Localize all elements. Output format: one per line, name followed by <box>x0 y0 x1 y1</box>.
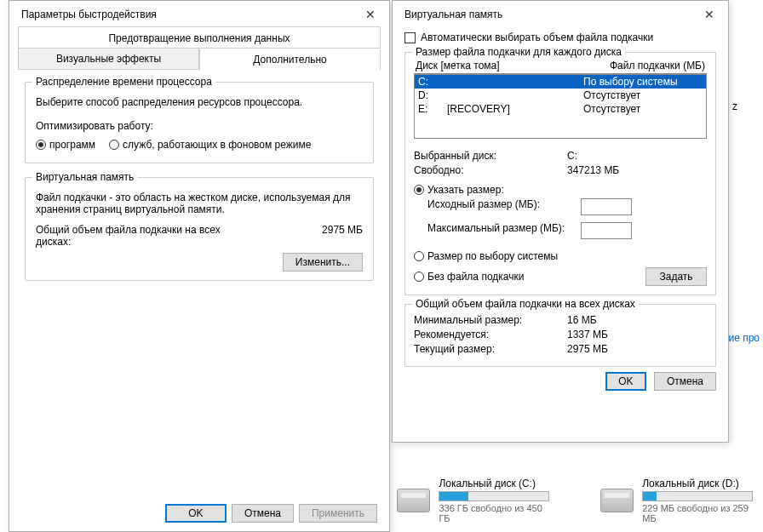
radio-label: Размер по выбору системы <box>427 250 558 262</box>
close-icon[interactable]: ✕ <box>360 8 381 21</box>
selected-drive-value: C: <box>567 150 577 162</box>
selected-drive-label: Выбранный диск: <box>414 150 567 162</box>
initial-size-label: Исходный размер (МБ): <box>427 198 581 215</box>
pagefile-per-drive-group: Размер файла подкачки для каждого диска … <box>404 52 716 295</box>
disk-list: Локальный диск (C:) 336 ГБ свободно из 4… <box>397 478 763 523</box>
free-space-label: Свободно: <box>414 164 567 176</box>
current-size-value: 2975 МБ <box>567 343 608 355</box>
dialog-title: Виртуальная память <box>404 9 502 20</box>
radio-dot-icon <box>36 140 46 150</box>
radio-dot-icon <box>414 251 424 261</box>
radio-dot-icon <box>414 185 424 195</box>
change-button[interactable]: Изменить... <box>283 253 363 272</box>
free-space-value: 347213 МБ <box>567 164 619 176</box>
row-label <box>447 76 583 88</box>
auto-manage-label: Автоматически выбирать объем файла подка… <box>421 31 653 43</box>
max-size-label: Максимальный размер (МБ): <box>427 222 581 239</box>
group-legend: Размер файла подкачки для каждого диска <box>412 46 625 58</box>
virtual-memory-dialog: Виртуальная память ✕ Автоматически выбир… <box>392 0 729 443</box>
disk-name: Локальный диск (C:) <box>439 478 554 489</box>
disk-free-text: 336 ГБ свободно из 450 ГБ <box>439 503 554 523</box>
drive-icon <box>397 489 430 512</box>
radio-dot-icon <box>414 272 424 282</box>
virtual-memory-group: Виртуальная память Файл подкачки - это о… <box>25 177 374 281</box>
radio-services[interactable]: служб, работающих в фоновом режиме <box>109 139 311 151</box>
vm-total-label: Общий объем файла подкачки на всех диска… <box>36 224 257 248</box>
col-disk: Диск [метка тома] <box>416 60 500 72</box>
cancel-button[interactable]: Отмена <box>654 372 716 391</box>
auto-manage-checkbox[interactable] <box>404 32 416 43</box>
disk-free-text: 229 МБ свободно из 259 МБ <box>642 503 763 523</box>
group-legend: Общий объем файла подкачки на всех диска… <box>412 298 639 310</box>
radio-label: Без файла подкачки <box>427 271 524 283</box>
tab-advanced[interactable]: Дополнительно <box>199 49 381 71</box>
dialog-title: Параметры быстродействия <box>21 9 157 20</box>
row-file: Отсутствует <box>583 89 703 101</box>
sched-desc: Выберите способ распределения ресурсов п… <box>36 96 363 108</box>
vm-desc: Файл подкачки - это область на жестком д… <box>36 192 363 215</box>
tab-visual-effects[interactable]: Визуальные эффекты <box>18 49 199 70</box>
vm-total-value: 2975 МБ <box>322 224 363 248</box>
drive-row-e[interactable]: E: [RECOVERY] Отсутствует <box>415 102 706 116</box>
disk-name: Локальный диск (D:) <box>642 478 763 489</box>
radio-custom-size[interactable]: Указать размер: <box>414 184 504 196</box>
group-legend: Виртуальная память <box>32 171 137 183</box>
recommended-value: 1337 МБ <box>567 329 608 340</box>
performance-options-dialog: Параметры быстродействия ✕ Предотвращени… <box>9 0 390 532</box>
radio-label: Указать размер: <box>427 184 504 196</box>
radio-label: служб, работающих в фоновом режиме <box>123 139 311 151</box>
disk-usage-bar <box>439 491 549 501</box>
current-size-label: Текущий размер: <box>414 343 567 355</box>
drive-list[interactable]: C: По выбору системы D: Отсутствует E: [… <box>414 74 707 139</box>
initial-size-input[interactable] <box>581 198 632 215</box>
group-legend: Распределение времени процессора <box>32 76 215 88</box>
total-pagefile-group: Общий объем файла подкачки на всех диска… <box>404 304 716 367</box>
ok-button[interactable]: OK <box>605 372 645 391</box>
set-button[interactable]: Задать <box>645 267 707 286</box>
max-size-input[interactable] <box>581 222 632 239</box>
disk-item-c[interactable]: Локальный диск (C:) 336 ГБ свободно из 4… <box>397 478 554 523</box>
optimize-label: Оптимизировать работу: <box>36 120 363 132</box>
row-file: Отсутствует <box>583 103 703 115</box>
radio-programs[interactable]: программ <box>36 139 95 151</box>
drive-row-c[interactable]: C: По выбору системы <box>415 75 706 89</box>
close-icon[interactable]: ✕ <box>699 8 720 21</box>
drive-row-d[interactable]: D: Отсутствует <box>415 89 706 102</box>
disk-usage-bar <box>642 491 753 501</box>
cancel-button[interactable]: Отмена <box>232 504 294 523</box>
radio-dot-icon <box>109 140 119 150</box>
row-drive: C: <box>418 76 447 88</box>
ok-button[interactable]: OK <box>165 504 227 523</box>
recommended-label: Рекомендуется: <box>414 329 567 340</box>
tab-dep[interactable]: Предотвращение выполнения данных <box>18 26 381 49</box>
bg-char: z <box>732 100 737 112</box>
row-label: [RECOVERY] <box>447 103 583 115</box>
apply-button[interactable]: Применить <box>299 504 377 523</box>
row-drive: E: <box>418 103 447 115</box>
drive-icon <box>600 489 634 512</box>
row-drive: D: <box>418 89 447 101</box>
min-size-value: 16 МБ <box>567 314 597 326</box>
disk-item-d[interactable]: Локальный диск (D:) 229 МБ свободно из 2… <box>600 478 763 523</box>
col-file: Файл подкачки (МБ) <box>610 60 705 72</box>
min-size-label: Минимальный размер: <box>414 314 567 326</box>
radio-system-managed[interactable]: Размер по выбору системы <box>414 250 558 262</box>
radio-no-pagefile[interactable]: Без файла подкачки <box>414 271 524 283</box>
row-file: По выбору системы <box>583 76 703 88</box>
processor-scheduling-group: Распределение времени процессора Выберит… <box>25 82 374 163</box>
radio-label: программ <box>49 139 95 151</box>
row-label <box>447 89 583 101</box>
